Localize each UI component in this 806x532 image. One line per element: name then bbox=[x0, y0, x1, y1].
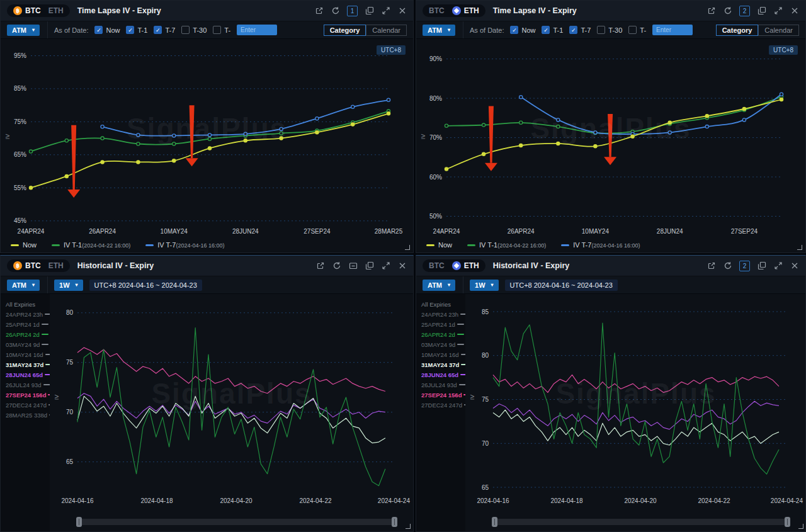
resize-handle[interactable] bbox=[406, 524, 411, 529]
checkbox-t30[interactable]: T-30 bbox=[597, 26, 622, 34]
slider-handle-left[interactable] bbox=[492, 517, 497, 527]
legend-t1[interactable]: IV T-1(2024-04-22 16:00) bbox=[52, 241, 130, 249]
calendar-button[interactable]: Calendar bbox=[758, 25, 799, 36]
coin-eth[interactable]: ETH bbox=[48, 261, 64, 270]
expiry-list-item[interactable]: 26APR24 2d bbox=[421, 329, 462, 339]
period-select[interactable]: 1W▾ bbox=[54, 280, 83, 291]
expiry-list-item[interactable]: 28JUN24 65d bbox=[6, 370, 46, 380]
checkbox-t1[interactable]: T-1 bbox=[542, 26, 563, 34]
checkbox-t-custom[interactable]: T- bbox=[213, 26, 230, 34]
expiry-list-item[interactable]: All Expiries bbox=[6, 299, 46, 309]
link-group-badge[interactable]: 1 bbox=[347, 6, 358, 16]
close-icon[interactable] bbox=[397, 261, 407, 271]
expiry-list-item[interactable]: 10MAY24 16d bbox=[421, 349, 462, 359]
strike-select[interactable]: ATM▾ bbox=[7, 280, 40, 291]
expiry-list-item[interactable]: 31MAY24 37d bbox=[421, 359, 462, 370]
historical-chart-btc[interactable]: 65707580IV2024-04-162024-04-182024-04-20… bbox=[52, 295, 411, 507]
timelapse-chart-eth[interactable]: 50%60%70%80%90%IV24APR2426APR2410MAY2428… bbox=[419, 40, 803, 237]
close-icon[interactable] bbox=[790, 261, 799, 271]
expiry-list-item[interactable]: 24APR24 23h bbox=[421, 309, 462, 319]
expiry-list-item[interactable]: 27SEP24 156d bbox=[421, 390, 462, 400]
resize-handle[interactable] bbox=[798, 524, 803, 529]
close-icon[interactable] bbox=[397, 6, 407, 16]
legend-t7[interactable]: IV T-7(2024-04-16 16:00) bbox=[145, 241, 224, 249]
expiry-list-item[interactable]: 31MAY24 37d bbox=[6, 359, 46, 370]
expiry-list-item[interactable]: 27DEC24 247d bbox=[421, 400, 462, 410]
resize-handle[interactable] bbox=[405, 245, 410, 250]
legend-now[interactable]: Now bbox=[426, 241, 452, 249]
expiry-list-item[interactable]: All Expiries bbox=[421, 299, 462, 309]
date-range[interactable]: UTC+8 2024-04-16 ~ 2024-04-23 bbox=[505, 280, 618, 291]
expiry-list-item[interactable]: 28JUN24 65d bbox=[421, 370, 462, 380]
external-link-icon[interactable] bbox=[707, 261, 716, 271]
duplicate-icon[interactable] bbox=[365, 6, 374, 16]
checkbox-t1[interactable]: T-1 bbox=[126, 26, 147, 34]
duplicate-icon[interactable] bbox=[757, 6, 766, 16]
checkbox-now[interactable]: Now bbox=[94, 26, 120, 34]
refresh-icon[interactable] bbox=[332, 261, 341, 271]
external-link-icon[interactable] bbox=[707, 6, 716, 16]
expiry-list-item[interactable]: 27DEC24 247d bbox=[6, 400, 46, 410]
coin-btc[interactable]: ฿BTC bbox=[13, 261, 41, 270]
checkbox-t30[interactable]: T-30 bbox=[181, 26, 207, 34]
legend-t7[interactable]: IV T-7(2024-04-16 16:00) bbox=[561, 241, 640, 249]
expand-icon[interactable] bbox=[381, 6, 390, 16]
coin-eth[interactable]: ETH bbox=[452, 261, 479, 270]
strike-select[interactable]: ATM▾ bbox=[423, 280, 455, 291]
duplicate-icon[interactable] bbox=[757, 261, 766, 271]
refresh-icon[interactable] bbox=[723, 6, 732, 16]
t-custom-input[interactable] bbox=[237, 25, 277, 35]
link-group-badge[interactable]: 2 bbox=[739, 6, 750, 16]
coin-eth[interactable]: ETH bbox=[48, 6, 64, 15]
checkbox-box bbox=[181, 26, 190, 34]
strike-select[interactable]: ATM▾ bbox=[423, 25, 455, 36]
expiry-list-item[interactable]: 25APR24 1d bbox=[421, 319, 462, 329]
slider-handle-right[interactable] bbox=[392, 517, 397, 527]
coin-btc[interactable]: ฿BTC bbox=[13, 6, 41, 15]
coin-btc[interactable]: BTC bbox=[429, 6, 445, 15]
t-custom-input[interactable] bbox=[652, 25, 693, 35]
link-group-icon[interactable] bbox=[348, 261, 358, 271]
expand-icon[interactable] bbox=[773, 6, 783, 16]
period-select[interactable]: 1W▾ bbox=[470, 280, 499, 291]
expiry-list-item[interactable]: 28MAR25 338d bbox=[6, 410, 46, 420]
expiry-list-item[interactable]: 10MAY24 16d bbox=[6, 349, 46, 359]
expiry-list-item[interactable]: 26JUL24 93d bbox=[421, 380, 462, 390]
checkbox-now[interactable]: Now bbox=[510, 26, 535, 34]
date-range[interactable]: UTC+8 2024-04-16 ~ 2024-04-23 bbox=[89, 280, 202, 291]
expand-icon[interactable] bbox=[773, 261, 783, 271]
duplicate-icon[interactable] bbox=[365, 261, 374, 271]
resize-handle[interactable] bbox=[797, 245, 802, 250]
checkbox-t7[interactable]: T-7 bbox=[154, 26, 175, 34]
category-button[interactable]: Category bbox=[716, 25, 759, 36]
expand-icon[interactable] bbox=[381, 261, 390, 271]
expiry-list-item[interactable]: 27SEP24 156d bbox=[6, 390, 46, 400]
slider-handle-left[interactable] bbox=[76, 517, 82, 527]
expiry-list-item[interactable]: 25APR24 1d bbox=[6, 319, 46, 329]
time-range-slider[interactable] bbox=[77, 519, 396, 525]
category-button[interactable]: Category bbox=[324, 25, 366, 36]
coin-btc[interactable]: BTC bbox=[429, 261, 445, 270]
strike-select[interactable]: ATM▾ bbox=[7, 25, 40, 36]
calendar-button[interactable]: Calendar bbox=[366, 25, 407, 36]
expiry-list-item[interactable]: 26APR24 2d bbox=[6, 329, 46, 339]
legend-now[interactable]: Now bbox=[11, 241, 37, 249]
link-group-badge[interactable]: 2 bbox=[739, 261, 750, 271]
expiry-list-item[interactable]: 03MAY24 9d bbox=[421, 339, 462, 349]
slider-handle-right[interactable] bbox=[785, 517, 790, 527]
close-icon[interactable] bbox=[790, 6, 799, 16]
timelapse-chart-btc[interactable]: 45%55%65%75%85%95%IV24APR2426APR2410MAY2… bbox=[3, 40, 410, 237]
historical-chart-eth[interactable]: 6570758085IV2024-04-162024-04-182024-04-… bbox=[468, 295, 804, 507]
refresh-icon[interactable] bbox=[331, 6, 340, 16]
coin-eth[interactable]: ETH bbox=[452, 6, 479, 15]
checkbox-t-custom[interactable]: T- bbox=[628, 26, 646, 34]
expiry-list-item[interactable]: 26JUL24 93d bbox=[6, 380, 46, 390]
checkbox-t7[interactable]: T-7 bbox=[569, 26, 591, 34]
external-link-icon[interactable] bbox=[314, 6, 324, 16]
legend-t1[interactable]: IV T-1(2024-04-22 16:00) bbox=[467, 241, 546, 249]
expiry-list-item[interactable]: 24APR24 23h bbox=[6, 309, 46, 319]
expiry-list-item[interactable]: 03MAY24 9d bbox=[6, 339, 46, 349]
time-range-slider[interactable] bbox=[493, 519, 789, 525]
refresh-icon[interactable] bbox=[723, 261, 732, 271]
external-link-icon[interactable] bbox=[315, 261, 325, 271]
